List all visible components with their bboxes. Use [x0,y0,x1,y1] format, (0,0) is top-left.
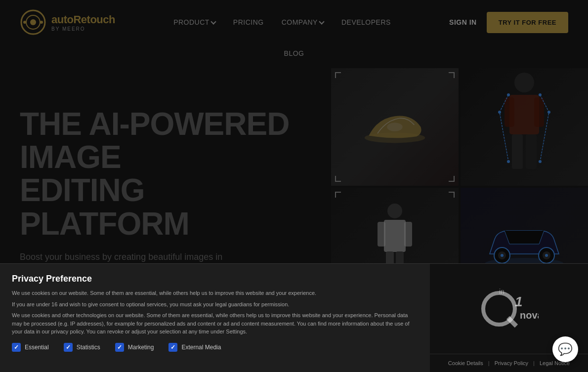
brand-logo-svg: 1 nova in [479,284,539,333]
cookie-details-link[interactable]: Cookie Details [448,360,483,366]
privacy-checkboxes: Essential Statistics Marketing External … [12,343,418,352]
checkbox-external-media[interactable]: External Media [168,343,221,352]
checkbox-marketing-box[interactable] [115,343,124,352]
checkbox-statistics[interactable]: Statistics [64,343,100,352]
privacy-text-2: If you are under 16 and wish to give con… [12,300,418,309]
privacy-text-1: We use cookies on our website. Some of t… [12,289,418,297]
svg-line-33 [508,318,516,326]
svg-text:nova: nova [520,310,539,321]
svg-text:in: in [499,288,504,295]
chat-bubble-button[interactable]: 💬 [552,336,578,362]
privacy-text-3: We use cookies and other technologies on… [12,311,418,336]
checkbox-statistics-box[interactable] [64,343,73,352]
checkbox-marketing[interactable]: Marketing [115,343,154,352]
privacy-content: Privacy Preference We use cookies on our… [0,263,430,372]
chat-icon: 💬 [558,342,573,356]
privacy-modal: Privacy Preference We use cookies on our… [0,263,588,372]
checkbox-essential[interactable]: Essential [12,343,49,352]
svg-text:1: 1 [515,294,523,309]
privacy-title: Privacy Preference [12,274,418,284]
privacy-policy-link[interactable]: Privacy Policy [495,360,528,366]
checkbox-essential-box[interactable] [12,343,21,352]
checkbox-external-media-box[interactable] [168,343,177,352]
